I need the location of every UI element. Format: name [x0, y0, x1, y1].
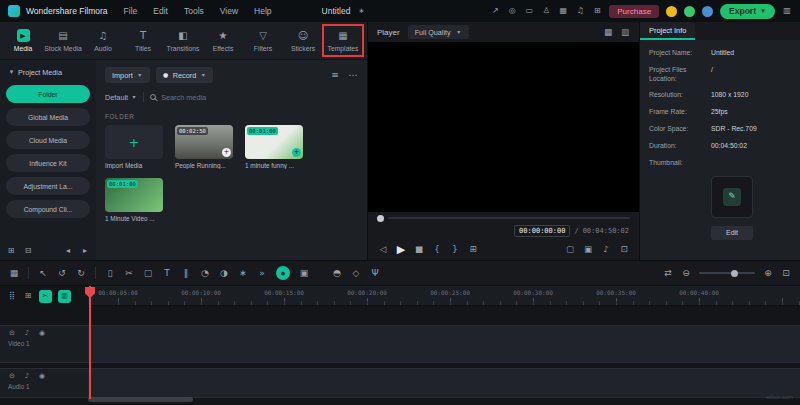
eye-icon[interactable]: ◉	[38, 373, 46, 380]
workspace-layout-icon[interactable]: ▦	[558, 7, 568, 15]
ai-copilot-button[interactable]: ●	[276, 266, 290, 280]
scrubber-track[interactable]	[388, 217, 630, 219]
quality-dropdown[interactable]: Full Quality ▾	[408, 25, 469, 39]
avatar-blue-badge[interactable]	[702, 6, 713, 17]
redo-icon[interactable]: ↻	[76, 269, 86, 278]
add-to-timeline-icon[interactable]: +	[222, 148, 231, 157]
media-card[interactable]: 00:02:50 + People Running...	[175, 125, 233, 169]
media-thumb[interactable]: 00:01:00 +	[245, 125, 303, 159]
sidebar-item-global-media[interactable]: Global Media	[6, 108, 90, 126]
delete-folder-icon[interactable]: ⊟	[23, 247, 33, 255]
shortcuts-icon[interactable]: ⊞	[592, 7, 602, 15]
eye-icon[interactable]: ◉	[38, 330, 46, 337]
edit-button[interactable]: Edit	[711, 226, 753, 240]
media-thumb[interactable]: 00:02:50 +	[175, 125, 233, 159]
purchase-button[interactable]: Purchase	[609, 5, 659, 18]
auto-ripple-icon[interactable]: ⇄	[663, 269, 673, 278]
zoom-in-icon[interactable]: ⊕	[763, 269, 773, 278]
zoom-out-icon[interactable]: ⊖	[681, 269, 691, 278]
media-card[interactable]: 00:01:00 + 1 minute funny ...	[245, 125, 303, 169]
current-timecode[interactable]: 00:00:00:00	[514, 225, 570, 237]
more-tools-icon[interactable]: »	[257, 269, 267, 278]
tab-stickers[interactable]: ☺ Stickers	[283, 25, 323, 56]
record-button[interactable]: ● Record ▾	[156, 67, 214, 83]
quick-crop-button[interactable]: ▥	[58, 290, 71, 303]
delete-icon[interactable]: ▯	[105, 269, 115, 278]
speed-tool-icon[interactable]: ◔	[200, 269, 210, 278]
sidebar-item-influence-kit[interactable]: Influence Kit	[6, 154, 90, 172]
tab-transitions[interactable]: ◧ Transitions	[163, 25, 203, 56]
resources-icon[interactable]: ♫	[575, 7, 585, 15]
player-scrubber[interactable]	[368, 212, 639, 224]
more-options-icon[interactable]: ⋯	[348, 71, 358, 80]
add-track-icon[interactable]: ⊞	[23, 292, 33, 300]
timeline-scrollbar[interactable]	[88, 397, 193, 402]
tab-audio[interactable]: ♫ Audio	[83, 25, 123, 56]
menu-view[interactable]: View	[220, 6, 238, 16]
panel-toggle-icon[interactable]: ▥	[782, 7, 792, 15]
filter-icon[interactable]: ≡	[330, 71, 340, 80]
menu-help[interactable]: Help	[254, 6, 271, 16]
menu-file[interactable]: File	[124, 6, 138, 16]
fullscreen-icon[interactable]: ⊡	[619, 245, 629, 254]
add-folder-icon[interactable]: ⊞	[6, 247, 16, 255]
export-button[interactable]: Export ▾	[720, 4, 775, 19]
audio-track-lane[interactable]	[88, 369, 800, 397]
tab-stock-media[interactable]: ▤ Stock Media	[43, 25, 83, 56]
magic-tool-icon[interactable]: ∗	[238, 269, 248, 278]
menu-edit[interactable]: Edit	[153, 6, 168, 16]
detach-player-icon[interactable]: ▥	[620, 28, 630, 37]
lock-icon[interactable]: ⊝	[8, 330, 16, 337]
grid-view-icon[interactable]: ▦	[603, 28, 613, 37]
step-back-icon[interactable]: ◁	[378, 245, 388, 254]
play-icon[interactable]: ▶	[396, 244, 406, 255]
zoom-slider[interactable]	[699, 272, 755, 274]
mute-icon[interactable]: ♪	[23, 330, 31, 337]
sidebar-item-cloud-media[interactable]: Cloud Media	[6, 131, 90, 149]
nav-back-icon[interactable]: ◂	[63, 247, 73, 255]
scrubber-knob[interactable]	[377, 215, 384, 222]
split-tool-icon[interactable]: ‖	[181, 269, 191, 278]
media-thumb[interactable]: 00:01:00	[105, 178, 163, 212]
tab-titles[interactable]: T Titles	[123, 25, 163, 56]
voiceover-mic-icon[interactable]: Ψ	[370, 269, 380, 278]
playhead[interactable]	[89, 286, 91, 399]
tab-effects[interactable]: ★ Effects	[203, 25, 243, 56]
stop-icon[interactable]: ■	[414, 245, 424, 254]
color-tool-icon[interactable]: ◑	[219, 269, 229, 278]
screen-record-icon[interactable]: ▣	[299, 269, 309, 278]
keyframe-icon[interactable]: ◇	[351, 269, 361, 278]
project-menu-icon[interactable]: ∗	[356, 8, 366, 15]
sidebar-item-adjustment-layer[interactable]: Adjustment La...	[6, 177, 90, 195]
volume-icon[interactable]: ♪	[601, 245, 611, 254]
notifications-icon[interactable]: ◎	[507, 7, 517, 15]
sort-dropdown[interactable]: Default ▾	[105, 93, 137, 102]
import-button[interactable]: Import ▾	[105, 67, 150, 83]
add-to-timeline-icon[interactable]: +	[292, 148, 301, 157]
split-scissors-icon[interactable]: ✂	[124, 269, 134, 278]
share-icon[interactable]: ↗	[490, 7, 500, 15]
sidebar-item-project-media[interactable]: ▾ Project Media	[6, 67, 90, 80]
tab-project-info[interactable]: Project Info	[640, 22, 695, 40]
undo-icon[interactable]: ↺	[57, 269, 67, 278]
mark-in-icon[interactable]: {	[432, 245, 442, 254]
sidebar-item-folder[interactable]: Folder	[6, 85, 90, 103]
sidebar-item-compound-clip[interactable]: Compound Cli...	[6, 200, 90, 218]
text-tool-icon[interactable]: T	[162, 269, 172, 278]
snapshot-icon[interactable]: ▣	[583, 245, 593, 254]
mark-out-icon[interactable]: }	[450, 245, 460, 254]
device-icon[interactable]: ▭	[524, 7, 534, 15]
tab-filters[interactable]: ▽ Filters	[243, 25, 283, 56]
crop-tool-icon[interactable]: ▢	[143, 269, 153, 278]
toolbar-menu-icon[interactable]: ▦	[9, 269, 19, 278]
tab-media[interactable]: ▶ Media	[3, 25, 43, 56]
zoom-slider-knob[interactable]	[731, 270, 738, 277]
avatar-green-badge[interactable]	[684, 6, 695, 17]
account-icon[interactable]: ♙	[541, 7, 551, 15]
nav-forward-icon[interactable]: ▸	[80, 247, 90, 255]
timeline-ruler[interactable]: 00:00:05:00 00:00:10:00 00:00:15:00 00:0…	[88, 286, 800, 306]
search-input[interactable]	[161, 93, 358, 102]
fit-timeline-icon[interactable]: ⊡	[781, 269, 791, 278]
mask-tool-icon[interactable]: ◓	[332, 269, 342, 278]
track-manage-icon[interactable]: ⣿	[7, 292, 17, 300]
